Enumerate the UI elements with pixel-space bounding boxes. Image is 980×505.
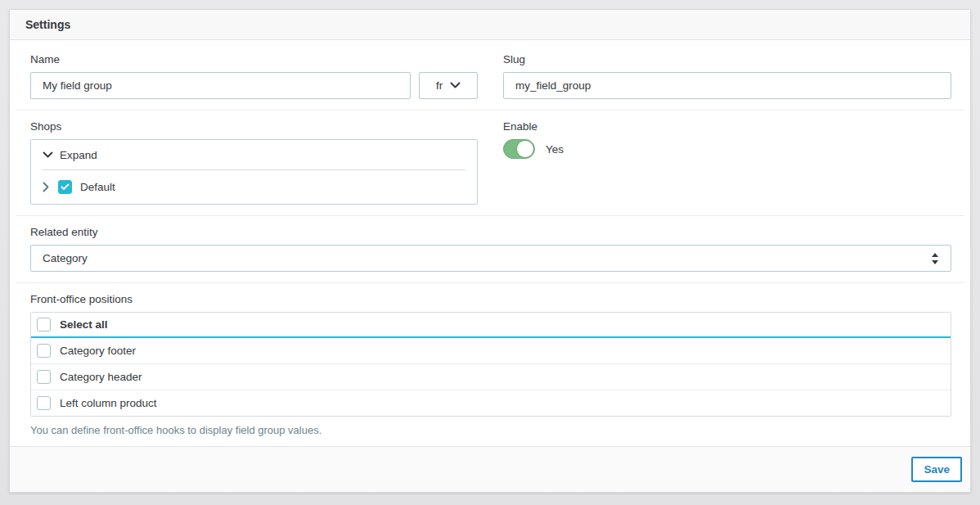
save-button[interactable]: Save — [911, 457, 962, 482]
language-selected: fr — [436, 79, 443, 92]
up-down-arrows-icon — [931, 253, 939, 264]
position-checkbox[interactable] — [37, 370, 51, 384]
positions-list: Select all Category footer Category head… — [30, 312, 951, 417]
chevron-right-icon[interactable] — [43, 182, 50, 192]
panel-header: Settings — [10, 10, 970, 40]
position-label: Category footer — [60, 345, 136, 357]
position-row-category-header[interactable]: Category header — [31, 364, 951, 390]
panel-footer: Save — [10, 446, 970, 492]
name-label: Name — [30, 53, 478, 65]
row-positions: Front-office positions Select all Catego… — [30, 293, 951, 436]
row-related-entity: Related entity Category — [30, 226, 951, 272]
shops-divider — [43, 169, 465, 170]
chevron-down-icon — [43, 151, 53, 159]
settings-form: Name fr Slug Shops — [10, 40, 970, 436]
row-name-slug: Name fr Slug — [30, 53, 951, 99]
shops-label: Shops — [30, 120, 478, 133]
chevron-down-icon — [450, 82, 461, 89]
name-input[interactable] — [30, 72, 411, 99]
shops-tree: Expand Default — [30, 139, 478, 205]
shop-default-checkbox[interactable] — [58, 180, 72, 194]
position-checkbox[interactable] — [37, 344, 51, 358]
position-label: Category header — [60, 371, 142, 383]
related-entity-selected: Category — [43, 252, 88, 264]
divider — [16, 215, 964, 216]
slug-label: Slug — [503, 53, 951, 65]
select-all-row[interactable]: Select all — [31, 313, 951, 338]
select-all-label: Select all — [60, 318, 108, 331]
select-all-checkbox[interactable] — [37, 318, 51, 331]
enable-toggle[interactable] — [503, 139, 535, 159]
position-checkbox[interactable] — [37, 396, 51, 410]
divider — [16, 110, 964, 110]
settings-panel: Settings Name fr Slug — [9, 9, 971, 493]
enable-label: Enable — [503, 120, 951, 133]
related-entity-select[interactable]: Category — [30, 245, 951, 272]
positions-label: Front-office positions — [30, 293, 951, 305]
related-entity-label: Related entity — [30, 226, 951, 238]
check-icon — [61, 183, 70, 191]
panel-title: Settings — [25, 18, 70, 31]
positions-help-text: You can define front-office hooks to dis… — [30, 424, 951, 436]
shop-node-default: Default — [43, 180, 465, 194]
shop-node-label: Default — [80, 181, 115, 193]
shops-expand-label: Expand — [60, 149, 97, 161]
position-row-left-column-product[interactable]: Left column product — [31, 390, 951, 416]
slug-input[interactable] — [503, 72, 951, 99]
position-label: Left column product — [60, 397, 157, 409]
shops-expand-button[interactable]: Expand — [43, 149, 465, 161]
enable-state-label: Yes — [546, 143, 564, 156]
divider — [16, 282, 964, 283]
language-select[interactable]: fr — [419, 72, 478, 99]
row-shops-enable: Shops Expand — [30, 120, 951, 205]
position-row-category-footer[interactable]: Category footer — [31, 338, 951, 364]
toggle-knob — [516, 140, 534, 158]
